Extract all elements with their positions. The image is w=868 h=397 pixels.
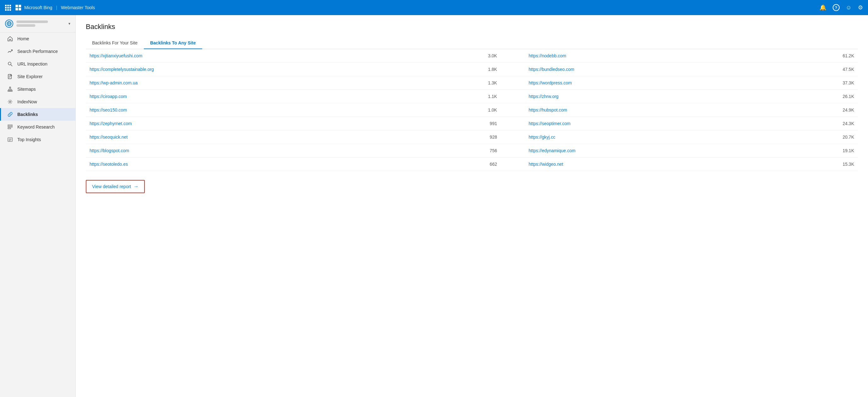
- left-url-cell[interactable]: https://seo150.com: [86, 103, 384, 117]
- left-url-cell[interactable]: https://ciroapp.com: [86, 90, 384, 103]
- right-url-cell[interactable]: https://gkyj.cc: [516, 130, 779, 144]
- tab-backlinks-for-your-site[interactable]: Backlinks For Your Site: [86, 37, 144, 49]
- topbar-right: 🔔 ? ☺ ⚙: [819, 4, 863, 11]
- left-count-cell: 3.0K: [384, 49, 516, 63]
- view-report-label: View detailed report: [92, 184, 131, 189]
- left-count-cell: 991: [384, 117, 516, 130]
- right-count-cell: 15.3K: [779, 158, 858, 171]
- left-count-cell: 928: [384, 130, 516, 144]
- brand-name: Microsoft Bing: [24, 5, 52, 10]
- left-url-cell[interactable]: https://completelysustainable.org: [86, 63, 384, 76]
- document-icon: [7, 74, 13, 79]
- right-count-cell: 19.1K: [779, 144, 858, 158]
- right-count-cell: 61.2K: [779, 49, 858, 63]
- table-row: https://seo150.com 1.0K https://hubspot.…: [86, 103, 858, 117]
- svg-rect-13: [9, 91, 11, 91]
- right-count-cell: 24.3K: [779, 117, 858, 130]
- right-url-cell[interactable]: https://hubspot.com: [516, 103, 779, 117]
- tabs: Backlinks For Your Site Backlinks To Any…: [86, 37, 858, 49]
- table-row: https://seoquick.net 928 https://gkyj.cc…: [86, 130, 858, 144]
- sidebar-item-home[interactable]: Home: [0, 32, 75, 45]
- sidebar-item-url-inspection-label: URL Inspection: [17, 61, 47, 66]
- sidebar-item-keyword-research[interactable]: Keyword Research: [0, 121, 75, 133]
- link-icon: [7, 111, 13, 117]
- search-icon: [7, 61, 13, 67]
- svg-rect-12: [8, 91, 9, 91]
- right-count-cell: 20.7K: [779, 130, 858, 144]
- right-url-cell[interactable]: https://bundledseo.com: [516, 63, 779, 76]
- table-row: https://completelysustainable.org 1.8K h…: [86, 63, 858, 76]
- sidebar-item-indexnow-label: IndexNow: [17, 99, 37, 104]
- right-count-cell: 47.5K: [779, 63, 858, 76]
- svg-rect-21: [8, 125, 12, 126]
- left-count-cell: 1.3K: [384, 76, 516, 90]
- svg-rect-22: [8, 126, 12, 127]
- sidebar-item-backlinks-label: Backlinks: [17, 112, 38, 117]
- apps-grid-icon[interactable]: [5, 5, 11, 11]
- left-url-cell[interactable]: https://seoquick.net: [86, 130, 384, 144]
- left-url-cell[interactable]: https://wp-admin.com.ua: [86, 76, 384, 90]
- page-title: Backlinks: [86, 23, 858, 31]
- left-count-cell: 1.8K: [384, 63, 516, 76]
- backlinks-table: https://xjtianxiyuefushi.com 3.0K https:…: [86, 49, 858, 171]
- table-row: https://seotoledo.es 662 https://widgeo.…: [86, 158, 858, 171]
- sidebar-item-search-performance[interactable]: Search Performance: [0, 45, 75, 58]
- sidebar-item-top-insights[interactable]: Top Insights: [0, 133, 75, 146]
- home-icon: [7, 36, 13, 42]
- chart-icon: [7, 48, 13, 54]
- sidebar-item-backlinks[interactable]: Backlinks: [0, 108, 75, 121]
- right-url-cell[interactable]: https://nodebb.com: [516, 49, 779, 63]
- sidebar-item-sitemaps[interactable]: Sitemaps: [0, 83, 75, 96]
- topbar: Microsoft Bing | Webmaster Tools 🔔 ? ☺ ⚙: [0, 0, 868, 15]
- sidebar-item-top-insights-label: Top Insights: [17, 137, 41, 142]
- left-url-cell[interactable]: https://zephyrnet.com: [86, 117, 384, 130]
- site-name: [17, 21, 68, 27]
- sidebar-item-site-explorer[interactable]: Site Explorer: [0, 70, 75, 83]
- sidebar: ▾ Home Search Performance: [0, 15, 76, 397]
- notification-bell-icon[interactable]: 🔔: [819, 4, 826, 11]
- left-count-cell: 1.1K: [384, 90, 516, 103]
- left-count-cell: 662: [384, 158, 516, 171]
- right-count-cell: 37.3K: [779, 76, 858, 90]
- svg-point-20: [9, 101, 11, 103]
- arrow-icon: →: [133, 184, 138, 189]
- sidebar-item-site-explorer-label: Site Explorer: [17, 74, 42, 79]
- sidebar-item-url-inspection[interactable]: URL Inspection: [0, 58, 75, 70]
- keyword-icon: [7, 124, 13, 130]
- windows-icon: [16, 5, 21, 10]
- right-count-cell: 26.1K: [779, 90, 858, 103]
- view-report-container: View detailed report →: [86, 176, 858, 197]
- left-count-cell: 1.0K: [384, 103, 516, 117]
- product-name: Webmaster Tools: [61, 5, 95, 10]
- view-detailed-report-button[interactable]: View detailed report →: [86, 180, 145, 193]
- insights-icon: [7, 137, 13, 142]
- left-count-cell: 756: [384, 144, 516, 158]
- left-url-cell[interactable]: https://xjtianxiyuefushi.com: [86, 49, 384, 63]
- left-url-cell[interactable]: https://blogspot.com: [86, 144, 384, 158]
- site-selector[interactable]: ▾: [0, 15, 75, 32]
- right-url-cell[interactable]: https://wordpress.com: [516, 76, 779, 90]
- right-url-cell[interactable]: https://widgeo.net: [516, 158, 779, 171]
- right-url-cell[interactable]: https://seoptimer.com: [516, 117, 779, 130]
- svg-rect-14: [11, 91, 12, 91]
- sidebar-item-home-label: Home: [17, 36, 29, 41]
- right-count-cell: 24.9K: [779, 103, 858, 117]
- table-row: https://xjtianxiyuefushi.com 3.0K https:…: [86, 49, 858, 63]
- sidebar-item-sitemaps-label: Sitemaps: [17, 87, 36, 92]
- smiley-icon[interactable]: ☺: [846, 4, 851, 11]
- right-url-cell[interactable]: https://zhrw.org: [516, 90, 779, 103]
- tab-backlinks-to-any-site[interactable]: Backlinks To Any Site: [144, 37, 202, 49]
- main-layout: ▾ Home Search Performance: [0, 15, 868, 397]
- sidebar-item-keyword-research-label: Keyword Research: [17, 125, 55, 130]
- right-url-cell[interactable]: https://edynamique.com: [516, 144, 779, 158]
- settings-icon[interactable]: ⚙: [858, 4, 863, 11]
- globe-icon: [5, 20, 13, 28]
- left-url-cell[interactable]: https://seotoledo.es: [86, 158, 384, 171]
- sidebar-item-indexnow[interactable]: IndexNow: [0, 96, 75, 108]
- svg-rect-23: [8, 128, 11, 129]
- gear-icon: [7, 99, 13, 105]
- table-row: https://zephyrnet.com 991 https://seopti…: [86, 117, 858, 130]
- help-icon[interactable]: ?: [833, 4, 840, 11]
- table-row: https://blogspot.com 756 https://edynami…: [86, 144, 858, 158]
- topbar-left: Microsoft Bing | Webmaster Tools: [5, 5, 819, 11]
